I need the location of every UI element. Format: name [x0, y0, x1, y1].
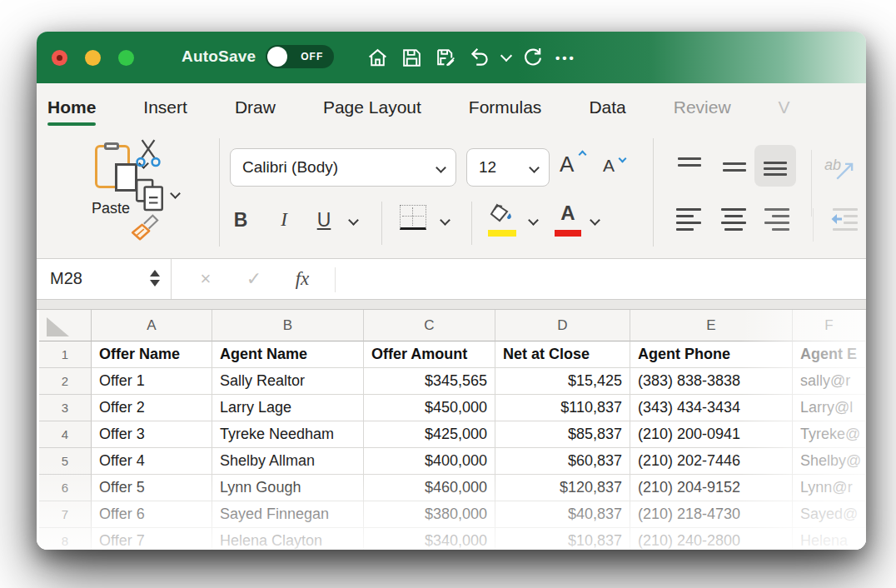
cell[interactable]: $345,565: [364, 368, 495, 395]
cell[interactable]: $120,837: [495, 475, 630, 501]
borders-button[interactable]: [400, 205, 426, 230]
cell[interactable]: Lynn Gough: [212, 475, 364, 501]
cell[interactable]: Lynn@r: [793, 475, 866, 501]
column-header-c[interactable]: C: [364, 310, 495, 341]
cell[interactable]: Offer 2: [92, 395, 212, 421]
autosave-toggle[interactable]: OFF: [266, 45, 334, 68]
close-window-button[interactable]: [52, 50, 67, 66]
row-header[interactable]: 5: [39, 448, 92, 475]
select-all-corner[interactable]: [39, 310, 92, 341]
cell[interactable]: Agent E: [793, 341, 866, 368]
cell[interactable]: Larry Lage: [212, 395, 364, 421]
column-header-e[interactable]: E: [630, 310, 793, 341]
fill-color-button[interactable]: [488, 203, 520, 237]
formula-input[interactable]: [343, 259, 866, 299]
cell[interactable]: (210) 204-9152: [630, 475, 793, 501]
column-header-d[interactable]: D: [495, 310, 630, 341]
home-icon[interactable]: [366, 46, 389, 69]
underline-button[interactable]: U: [310, 203, 338, 237]
row-header[interactable]: 6: [39, 475, 92, 501]
tab-page-layout[interactable]: Page Layout: [323, 83, 421, 132]
save-as-icon[interactable]: [434, 46, 457, 69]
format-painter-icon[interactable]: [130, 213, 163, 245]
cell[interactable]: Offer 5: [92, 475, 212, 501]
align-center-button[interactable]: [721, 208, 746, 231]
increase-font-size-button[interactable]: A: [560, 152, 574, 177]
cell[interactable]: Sally Realtor: [212, 368, 364, 395]
cancel-entry-button[interactable]: ×: [192, 259, 220, 299]
decrease-indent-button[interactable]: [833, 208, 858, 231]
cell[interactable]: $340,000: [364, 528, 495, 550]
cell[interactable]: Helena: [793, 528, 866, 550]
cell[interactable]: Offer 4: [92, 448, 212, 475]
cell[interactable]: Offer 1: [92, 368, 212, 395]
cell[interactable]: (210) 218-4730: [630, 501, 793, 528]
insert-function-button[interactable]: fx: [288, 259, 316, 299]
cell[interactable]: $85,837: [495, 421, 630, 448]
undo-icon[interactable]: [468, 46, 491, 69]
row-header[interactable]: 8: [39, 528, 92, 550]
cell[interactable]: $425,000: [364, 421, 495, 448]
cell[interactable]: Offer 7: [92, 528, 212, 550]
cell[interactable]: (210) 240-2800: [630, 528, 793, 550]
redo-icon[interactable]: [521, 46, 545, 69]
tab-home[interactable]: Home: [47, 83, 96, 132]
column-header-f[interactable]: F: [793, 310, 866, 341]
minimize-window-button[interactable]: [85, 50, 101, 66]
text-orientation-button[interactable]: ab: [824, 157, 861, 185]
cell[interactable]: Offer 3: [92, 421, 212, 448]
name-box-stepper[interactable]: [150, 270, 160, 287]
cell[interactable]: $380,000: [364, 501, 495, 528]
cell[interactable]: Sayed Finnegan: [212, 501, 364, 528]
cell[interactable]: Sayed@: [793, 501, 866, 528]
row-header[interactable]: 7: [39, 501, 92, 528]
cell[interactable]: $400,000: [364, 448, 495, 475]
row-header[interactable]: 1: [39, 341, 92, 368]
zoom-window-button[interactable]: [118, 50, 134, 66]
italic-button[interactable]: I: [270, 203, 298, 237]
align-left-button[interactable]: [676, 208, 701, 231]
cell[interactable]: Offer Name: [92, 341, 212, 368]
name-box[interactable]: M28: [37, 259, 172, 299]
fill-color-chevron-icon[interactable]: [530, 217, 538, 225]
font-name-select[interactable]: Calibri (Body): [230, 148, 456, 187]
cell[interactable]: Offer Amount: [364, 341, 495, 368]
font-color-button[interactable]: A: [555, 202, 581, 237]
tab-draw[interactable]: Draw: [235, 83, 276, 132]
align-middle-button[interactable]: [716, 148, 753, 185]
cell[interactable]: (383) 838-3838: [630, 368, 793, 395]
tab-review[interactable]: Review: [674, 83, 731, 132]
tab-insert[interactable]: Insert: [143, 83, 187, 132]
bold-button[interactable]: B: [226, 203, 255, 237]
cell[interactable]: $110,837: [495, 395, 630, 421]
row-header[interactable]: 2: [39, 368, 92, 395]
font-color-chevron-icon[interactable]: [591, 217, 600, 225]
copy-menu-chevron-icon[interactable]: [172, 190, 180, 198]
cell[interactable]: $10,837: [495, 528, 630, 550]
cell[interactable]: Shelby@: [793, 448, 866, 475]
cell[interactable]: (210) 200-0941: [630, 421, 793, 448]
paste-button[interactable]: [95, 145, 130, 188]
align-top-button[interactable]: [671, 148, 708, 185]
cell[interactable]: Larry@l: [793, 395, 866, 421]
align-right-button[interactable]: [764, 208, 789, 231]
save-icon[interactable]: [400, 46, 423, 69]
cell[interactable]: $460,000: [364, 475, 495, 501]
font-size-select[interactable]: 12: [466, 148, 550, 187]
cell[interactable]: (210) 202-7446: [630, 448, 793, 475]
tab-data[interactable]: Data: [589, 83, 625, 132]
cell[interactable]: $40,837: [495, 501, 630, 528]
more-options-icon[interactable]: •••: [555, 51, 576, 65]
copy-icon[interactable]: [135, 178, 165, 215]
cell[interactable]: Net at Close: [495, 341, 630, 368]
undo-menu-chevron-icon[interactable]: [500, 50, 512, 62]
cell[interactable]: Agent Phone: [630, 341, 793, 368]
cell[interactable]: (343) 434-3434: [630, 395, 793, 421]
cell[interactable]: $60,837: [495, 448, 630, 475]
cell[interactable]: Tyreke@: [793, 421, 866, 448]
cell[interactable]: $450,000: [364, 395, 495, 421]
decrease-font-size-button[interactable]: A: [603, 156, 615, 176]
cell[interactable]: sally@r: [793, 368, 866, 395]
cell[interactable]: Helena Clayton: [212, 528, 364, 550]
row-header[interactable]: 4: [39, 421, 92, 448]
